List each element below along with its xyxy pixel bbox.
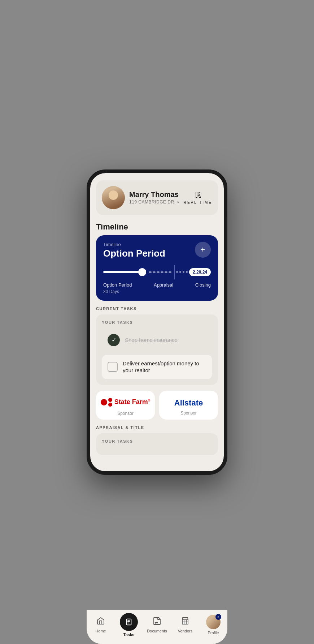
sponsor-statefarm[interactable]: State Farm® Sponsor xyxy=(96,391,155,420)
appraisal-card: YOUR TASKS xyxy=(96,433,218,455)
task-check-done-icon: ✓ xyxy=(108,334,120,346)
brand-logo: ℝ REAL TIME xyxy=(184,190,212,205)
timeline-dashes xyxy=(146,271,174,273)
allstate-text: Allstate xyxy=(174,398,203,408)
closing-date-badge: 2.20.24 xyxy=(189,268,211,276)
sf-circle-bot xyxy=(108,403,112,407)
dash-4 xyxy=(161,271,163,273)
avatar xyxy=(102,186,125,209)
timeline-labels-row: Option Period 30 Days Appraisal Closing xyxy=(103,282,211,294)
task-item-2[interactable]: Deliver earnest/option money to your rea… xyxy=(102,355,212,379)
sponsors-row: State Farm® Sponsor Allstate Sponsor xyxy=(96,391,218,420)
task-check-empty-icon[interactable] xyxy=(108,362,118,372)
user-info: Marry Thomas 119 CAMBRIDGE DR. ▾ xyxy=(129,190,179,205)
sponsor-allstate[interactable]: Allstate Sponsor xyxy=(159,391,218,420)
timeline-title: Option Period xyxy=(103,248,165,259)
stage-closing: Closing xyxy=(195,282,211,288)
user-name: Marry Thomas xyxy=(129,190,179,199)
header-card: Marry Thomas 119 CAMBRIDGE DR. ▾ ℝ REAL … xyxy=(96,180,218,215)
dot-2 xyxy=(179,271,181,273)
statefarm-sponsor-label: Sponsor xyxy=(117,411,134,416)
dash-6 xyxy=(169,271,171,273)
timeline-progress-bar xyxy=(103,271,139,273)
timeline-card-subtitle: Timeline xyxy=(103,242,211,247)
dash-3 xyxy=(157,271,160,273)
dash-1 xyxy=(149,271,152,273)
statefarm-text: State Farm® xyxy=(114,398,151,406)
timeline-section-label: Timeline xyxy=(90,219,224,235)
your-tasks-label: YOUR TASKS xyxy=(102,320,212,325)
dot-1 xyxy=(176,271,178,273)
allstate-sponsor-label: Sponsor xyxy=(180,411,197,416)
header-left: Marry Thomas 119 CAMBRIDGE DR. ▾ xyxy=(102,186,179,209)
timeline-track: 2.20.24 xyxy=(103,265,211,279)
appraisal-section-label: APPRAISAL & TITLE xyxy=(90,425,224,433)
stage-option-period: Option Period 30 Days xyxy=(103,282,132,294)
tasks-card: YOUR TASKS ✓ Shop home insurance Deliver… xyxy=(96,314,218,385)
task-item-1[interactable]: ✓ Shop home insurance xyxy=(102,329,212,351)
stage-appraisal: Appraisal xyxy=(154,282,173,288)
current-tasks-label: CURRENT TASKS xyxy=(90,306,224,314)
timeline-header-row: Timeline Option Period + xyxy=(103,242,211,265)
task-text-1: Shop home insurance xyxy=(125,337,206,343)
address-chevron-icon: ▾ xyxy=(177,200,179,204)
timeline-card: Timeline Option Period + xyxy=(96,235,218,301)
dot-4 xyxy=(186,271,188,273)
dot-3 xyxy=(183,271,184,273)
sf-circle-top xyxy=(108,398,112,402)
timeline-dots xyxy=(175,271,189,273)
user-address[interactable]: 119 CAMBRIDGE DR. ▾ xyxy=(129,199,179,205)
timeline-handle xyxy=(138,268,146,276)
timeline-add-button[interactable]: + xyxy=(195,242,211,258)
sf-circles xyxy=(101,398,112,407)
dash-2 xyxy=(153,271,156,273)
statefarm-logo: State Farm® xyxy=(101,398,151,407)
sf-small-circles xyxy=(108,398,112,407)
appraisal-tasks-label: YOUR TASKS xyxy=(102,439,212,443)
dash-5 xyxy=(165,271,167,273)
task-text-2: Deliver earnest/option money to your rea… xyxy=(123,360,206,374)
sf-circle-big xyxy=(101,399,107,405)
brand-monogram: ℝ xyxy=(195,190,201,200)
